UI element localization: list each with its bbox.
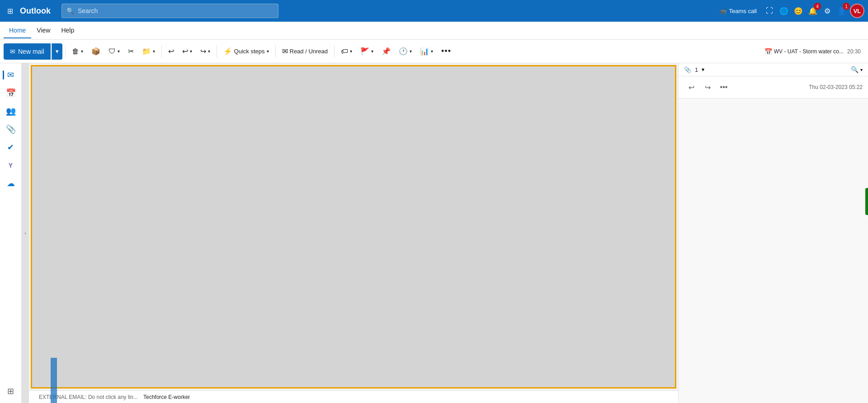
sidebar-item-calendar[interactable]: 📅 [3,85,19,101]
notification-area[interactable]: 🔔 4 [807,5,819,17]
delete-button[interactable]: 🗑 ▾ [68,43,87,60]
zoom-chevron-icon[interactable]: ▾ [860,67,863,72]
zoom-icon[interactable]: 🔍 [851,66,859,73]
sidebar-item-people[interactable]: 👥 [3,103,19,119]
undo-icon: ↩ [168,47,174,56]
quick-steps-button[interactable]: ⚡ Quick steps ▾ [220,43,273,60]
new-mail-dropdown-button[interactable]: ▾ [52,43,62,60]
more-options-button[interactable]: ••• [438,43,455,60]
emoji-icon[interactable]: 😊 [792,5,805,17]
more-options-icon: ••• [441,47,451,56]
sweep-icon: ✂ [128,47,134,56]
sidebar-item-viva[interactable]: Y [3,157,19,173]
tag-button[interactable]: 🏷 ▾ [337,43,356,60]
sidebar-item-tasks[interactable]: ✔ [3,139,19,155]
forward-button[interactable]: ↪ [700,80,715,94]
delete-icon: 🗑 [72,47,79,56]
tag-chevron-icon: ▾ [350,49,352,54]
undo-all-icon: ↩ [182,47,188,56]
archive-button[interactable]: 📦 [88,43,104,60]
move-button[interactable]: 📁 ▾ [138,43,159,60]
snooze-chevron-icon: ▾ [410,49,412,54]
email-actions-bar: ↩ ↪ ••• Thu 02-03-2023 05:22 [679,76,868,98]
flag-chevron-icon: ▾ [371,49,373,54]
translate-icon[interactable]: 🌐 [778,5,790,17]
email-sender-text: Techforce E-worker [143,394,190,400]
people-nav-icon: 👥 [6,106,16,116]
app-title: Outlook [20,6,51,16]
camera-icon: 📹 [719,8,726,14]
categorize-icon: 📊 [420,47,429,56]
flag-icon: 🚩 [360,47,369,56]
email-subject-toolbar: WV - UAT - Storm water co... [774,48,844,55]
sidebar-item-files[interactable]: 📎 [3,121,19,137]
quick-steps-chevron-icon: ▾ [267,49,269,54]
email-body-preview [31,65,676,389]
read-unread-button[interactable]: ✉ Read / Unread [278,43,332,60]
viva-nav-icon: Y [9,162,13,169]
avatar[interactable]: VL [850,4,864,18]
undo-all-button[interactable]: ↩ ▾ [179,43,196,60]
user-status-badge: 1 [843,3,850,10]
settings-icon[interactable]: ⚙ [821,5,834,17]
email-list-indicator [51,358,57,403]
title-bar: ⊞ Outlook 🔍 📹 Teams call ⛶ 🌐 😊 🔔 4 ⚙ 👤 1… [0,0,868,22]
archive-icon: 📦 [91,47,100,56]
new-mail-label: New mail [18,48,44,55]
spam-icon: 🛡 [108,47,116,56]
read-unread-icon: ✉ [282,47,288,56]
tasks-nav-icon: ✔ [7,142,14,152]
attachment-count: 1 [695,66,698,73]
zoom-controls: 🔍 ▾ [851,66,863,73]
chevron-down-icon: ▾ [56,48,59,55]
sidebar-item-onedrive[interactable]: ☁ [3,175,19,192]
new-mail-button[interactable]: ✉ New mail [4,43,51,60]
separator-4 [275,45,276,58]
spam-button[interactable]: 🛡 ▾ [105,43,123,60]
main-layout: ✉ 📅 👥 📎 ✔ Y ☁ ⊞ › [0,63,868,403]
more-actions-button[interactable]: ••• [717,80,731,94]
sidebar-item-more-apps[interactable]: ⊞ [3,383,19,399]
teams-call-button[interactable]: 📹 Teams call [715,6,761,16]
calendar-nav-icon: 📅 [6,88,16,98]
email-date: Thu 02-03-2023 05:22 [809,84,863,90]
menu-help[interactable]: Help [56,23,80,38]
redo-icon: ↪ [200,47,206,56]
search-bar[interactable]: 🔍 [61,4,278,18]
undo-all-chevron-icon: ▾ [190,49,192,54]
immersive-icon[interactable]: ⛶ [763,5,776,17]
move-chevron-icon: ▾ [153,49,155,54]
read-unread-label: Read / Unread [290,48,328,55]
menu-bar: Home View Help [0,22,868,40]
sidebar-item-mail[interactable]: ✉ [3,67,19,83]
separator-3 [217,45,217,58]
sidebar-collapse-button[interactable]: › [22,63,29,403]
calendar-small-icon: 📅 [764,48,772,55]
attachment-chevron-icon[interactable]: ▾ [702,66,704,73]
categorize-chevron-icon: ▾ [431,49,433,54]
tag-icon: 🏷 [341,47,348,56]
sweep-button[interactable]: ✂ [124,43,137,60]
delete-chevron-icon: ▾ [81,49,83,54]
categorize-button[interactable]: 📊 ▾ [416,43,437,60]
redo-chevron-icon: ▾ [208,49,210,54]
menu-home[interactable]: Home [4,23,31,38]
flag-button[interactable]: 🚩 ▾ [357,43,377,60]
separator-2 [161,45,162,58]
right-edge-accent[interactable] [865,188,868,215]
search-input[interactable] [78,7,274,14]
chevron-right-icon: › [24,231,26,236]
attachment-bar: 📎 1 ▾ 🔍 ▾ [679,63,868,76]
menu-view[interactable]: View [31,23,56,38]
snooze-button[interactable]: 🕐 ▾ [395,43,415,60]
pin-button[interactable]: 📌 [378,43,394,60]
redo-button[interactable]: ↪ ▾ [197,43,214,60]
quick-steps-label: Quick steps [234,48,265,55]
teams-call-label: Teams call [729,8,757,14]
more-actions-icon: ••• [720,83,728,91]
reply-button[interactable]: ↩ [684,80,698,94]
quick-steps-icon: ⚡ [223,47,232,56]
icon-sidebar: ✉ 📅 👥 📎 ✔ Y ☁ ⊞ [0,63,22,403]
undo-button[interactable]: ↩ [165,43,178,60]
app-grid-icon[interactable]: ⊞ [4,5,16,17]
